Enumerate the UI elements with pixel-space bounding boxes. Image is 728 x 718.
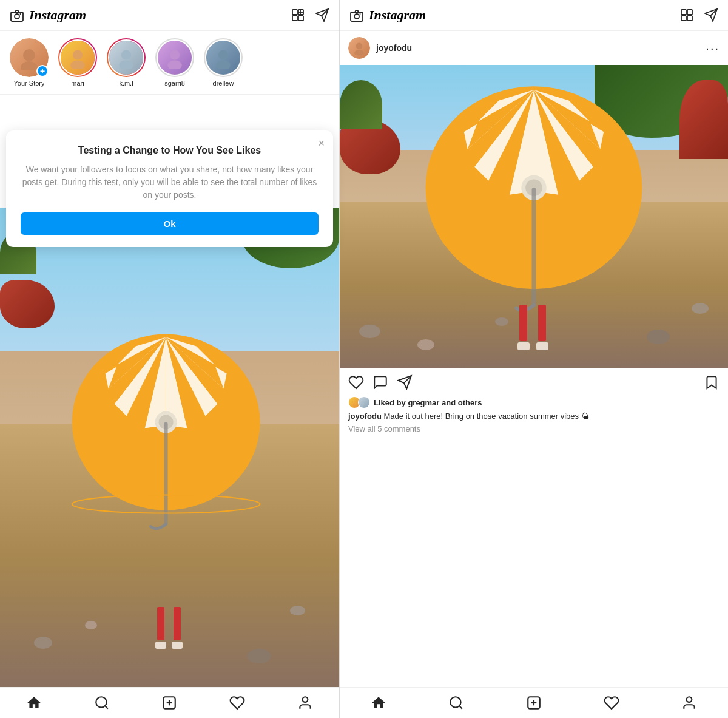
stories-bar: + Your Story mari [0, 31, 339, 95]
svg-rect-75 [532, 188, 536, 307]
right-nav-home[interactable] [371, 695, 386, 711]
story-label-your-story: Your Story [14, 80, 45, 87]
svg-point-82 [687, 697, 692, 702]
right-post-avatar[interactable] [348, 37, 370, 59]
right-header: Instagram [340, 0, 728, 31]
dialog-title: Testing a Change to How You See Likes [21, 145, 318, 156]
dialog-close-btn[interactable]: × [318, 138, 325, 149]
view-comments-btn[interactable]: View all 5 comments [348, 424, 720, 433]
left-header-icons [291, 8, 329, 22]
left-post-image [0, 208, 339, 687]
svg-point-10 [23, 49, 35, 61]
story-label-sgarri8: sgarri8 [164, 80, 185, 87]
right-nav-heart[interactable] [604, 695, 619, 711]
add-story-btn[interactable]: + [36, 65, 49, 77]
right-caption-username[interactable]: joyofodu [348, 411, 382, 421]
left-nav-heart[interactable] [229, 695, 245, 711]
left-nav-profile[interactable] [297, 695, 313, 711]
left-logo: Instagram [29, 7, 86, 23]
rock-4 [290, 606, 305, 615]
story-item-your-story[interactable]: + Your Story [10, 38, 49, 87]
left-nav-add[interactable] [161, 695, 177, 711]
person-legs [157, 607, 183, 649]
svg-point-47 [303, 697, 308, 702]
svg-rect-3 [292, 10, 297, 15]
likes-avatars [348, 396, 370, 408]
likes-avatar-2 [358, 396, 370, 408]
story-item-sgarri8[interactable]: sgarri8 [155, 38, 194, 87]
right-rock-g5 [692, 303, 709, 314]
right-post-info: Liked by gregmar and others joyofodu Mad… [340, 394, 728, 438]
svg-point-15 [119, 61, 133, 69]
right-rock-g1 [359, 325, 380, 338]
story-item-drellew[interactable]: drellew [204, 38, 243, 87]
left-nav-search[interactable] [94, 695, 110, 711]
right-nav-profile[interactable] [681, 695, 697, 711]
likes-row: Liked by gregmar and others [348, 396, 720, 408]
right-post-more-btn[interactable]: ··· [706, 45, 720, 51]
right-post-username[interactable]: joyofodu [376, 43, 412, 53]
right-send-icon[interactable] [704, 8, 718, 22]
likes-others[interactable]: others [458, 398, 482, 407]
story-item-mari[interactable]: mari [58, 38, 97, 87]
svg-rect-51 [681, 10, 686, 15]
right-post-user-info: joyofodu [348, 37, 412, 59]
comment-icon[interactable] [372, 374, 388, 390]
svg-point-19 [216, 61, 230, 69]
send-icon[interactable] [315, 8, 329, 22]
right-nav-add[interactable] [526, 695, 542, 711]
svg-point-18 [218, 50, 228, 59]
camera-icon[interactable] [10, 8, 24, 22]
rock-1 [34, 637, 52, 649]
bookmark-icon[interactable] [704, 374, 720, 390]
svg-rect-6 [298, 16, 303, 21]
right-action-icons-left [348, 374, 413, 390]
story-label-drellew: drellew [213, 80, 234, 87]
right-panel: Instagram [340, 0, 728, 718]
left-bottom-nav [0, 687, 339, 718]
left-panel: Instagram [0, 0, 340, 718]
right-post-actions [340, 368, 728, 394]
right-person-legs [519, 305, 548, 350]
right-umbrella-svg [419, 83, 649, 314]
svg-rect-5 [292, 16, 297, 21]
svg-point-50 [360, 13, 361, 15]
likes-and: and [442, 398, 458, 407]
svg-point-1 [15, 14, 19, 19]
svg-point-14 [121, 50, 131, 59]
svg-rect-40 [164, 422, 167, 526]
right-nav-search[interactable] [448, 695, 464, 711]
share-icon[interactable] [397, 374, 413, 390]
right-bottom-nav [340, 687, 728, 718]
svg-point-56 [356, 43, 363, 50]
right-rock-g4 [647, 330, 670, 344]
dialog-ok-button[interactable]: Ok [21, 212, 318, 235]
svg-point-77 [450, 697, 460, 707]
svg-point-57 [354, 50, 364, 55]
right-leg-right [538, 305, 548, 350]
rock-2 [85, 621, 97, 629]
right-camera-icon[interactable] [349, 8, 364, 22]
svg-point-17 [167, 61, 181, 69]
like-icon[interactable] [348, 374, 364, 390]
leg-right [174, 607, 183, 649]
story-label-kml: k.m.l [119, 80, 133, 87]
right-rock-right [679, 80, 728, 159]
left-header: Instagram [0, 0, 339, 31]
story-item-kml[interactable]: k.m.l [107, 38, 146, 87]
svg-point-49 [354, 14, 359, 19]
right-header-icons [679, 8, 718, 22]
right-rock-g3 [495, 317, 508, 326]
umbrella-svg [69, 331, 263, 532]
leg-left [157, 607, 166, 649]
svg-line-78 [459, 706, 462, 709]
dialog-body: We want your followers to focus on what … [21, 163, 318, 202]
svg-point-42 [96, 697, 106, 707]
right-caption-text: Made it out here! Bring on those vacatio… [384, 411, 589, 421]
right-header-left: Instagram [349, 7, 426, 23]
right-new-post-icon[interactable] [679, 8, 694, 22]
new-post-icon[interactable] [291, 8, 305, 22]
left-nav-home[interactable] [26, 695, 42, 711]
svg-rect-52 [687, 10, 692, 15]
likes-username[interactable]: gregmar [408, 398, 439, 407]
